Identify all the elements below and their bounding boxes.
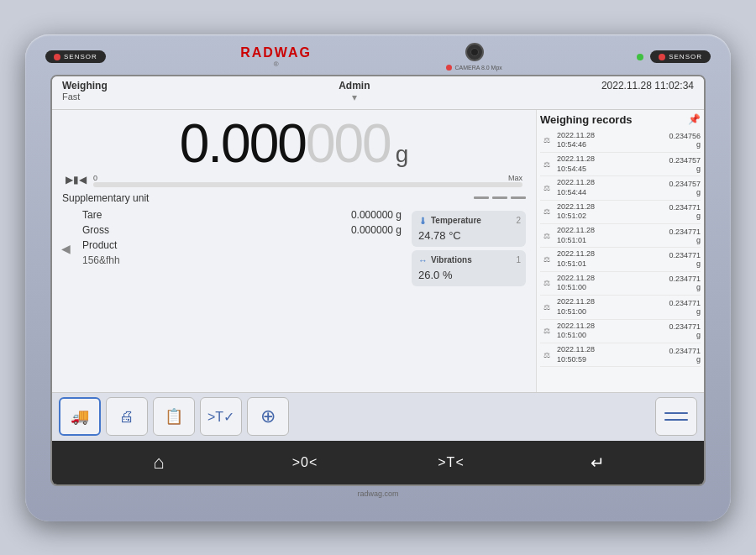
record-scale-icon: ⚖ (540, 351, 554, 359)
record-row: ⚖2022.11.28 10:51:000.234771 g (540, 296, 701, 319)
clipboard-icon: 📋 (165, 407, 183, 426)
widgets-column: 🌡 Temperature 24.78 °C 2 ↔ Vibrations (412, 207, 529, 290)
scale-max-label: Max (508, 174, 522, 182)
supplementary-label: Supplementary unit (62, 192, 149, 204)
tare-value: 0.000000 g (351, 209, 402, 221)
records-title: Weighing records (540, 113, 633, 126)
admin-dropdown-icon[interactable]: ▾ (339, 92, 370, 103)
logo-text: RADWAG (240, 45, 312, 60)
record-value: 0.234757 g (669, 156, 701, 173)
crosshair-icon: ⊕ (260, 406, 276, 427)
record-value: 0.234771 g (669, 251, 701, 268)
record-value: 0.234757 g (669, 180, 701, 196)
record-value: 0.234771 g (669, 275, 701, 291)
thermometer-icon: 🌡 (418, 216, 428, 226)
toolbar-btn-bar[interactable] (655, 397, 697, 436)
record-scale-icon: ⚖ (540, 136, 554, 144)
nav-enter-button[interactable]: ↵ (572, 453, 622, 473)
record-datetime: 2022.11.28 10:51:01 (557, 249, 665, 269)
scale-zero-label: 0 (93, 174, 97, 182)
record-row: ⚖2022.11.28 10:51:000.234771 g (540, 320, 701, 343)
nav-tare-button[interactable]: >T< (426, 455, 476, 470)
screen-header: Weighing Fast Admin ▾ 2022.11.28 11:02:3… (52, 76, 704, 110)
weight-integer: 0.000 (180, 117, 306, 170)
device-top-bar: SENSOR RADWAG ® CAMERA 8.0 Mpx SENSOR (34, 43, 722, 71)
record-row: ⚖2022.11.28 10:54:460.234756 g (540, 129, 701, 153)
text-check-icon: >T✓ (207, 409, 234, 425)
record-scale-icon: ⚖ (540, 232, 554, 240)
device-shell: SENSOR RADWAG ® CAMERA 8.0 Mpx SENSOR (25, 34, 731, 521)
toolbar-btn-truck-print[interactable]: 🚚 (59, 397, 101, 436)
vibration-icon: ↔ (418, 255, 428, 265)
enter-icon: ↵ (591, 453, 605, 473)
camera-label: CAMERA 8.0 Mpx (454, 65, 501, 71)
record-row: ⚖2022.11.28 10:54:450.234757 g (540, 153, 701, 176)
dash2 (492, 196, 507, 199)
record-row: ⚖2022.11.28 10:51:020.234771 g (540, 201, 701, 224)
screen-main: 0.000 000 g ▶▮◀ 0 Max (52, 110, 704, 392)
left-panel: 0.000 000 g ▶▮◀ 0 Max (52, 110, 536, 392)
temperature-widget: 🌡 Temperature 24.78 °C 2 (412, 211, 526, 247)
record-datetime: 2022.11.28 10:51:00 (557, 274, 665, 293)
product-value-row: 156&fhh (79, 253, 405, 268)
temperature-overlay: 2 (516, 216, 521, 225)
gross-label: Gross (82, 224, 109, 236)
supplementary-dashes (474, 196, 526, 199)
toolbar-btn-printer[interactable]: 🖨 (106, 397, 148, 436)
scale-row: ▶▮◀ 0 Max (59, 172, 529, 187)
toolbar: 🚚 🖨 📋 >T✓ ⊕ (52, 392, 704, 441)
tare-icon: >T< (438, 455, 464, 470)
record-row: ⚖2022.11.28 10:54:440.234757 g (540, 176, 701, 200)
scale-icons: ▶▮◀ (66, 174, 87, 186)
toolbar-btn-text-check[interactable]: >T✓ (200, 397, 242, 436)
toolbar-btn-crosshair[interactable]: ⊕ (247, 397, 289, 436)
dash3 (511, 196, 526, 199)
record-value: 0.234771 g (669, 203, 701, 220)
product-label: Product (82, 239, 117, 251)
right-panel: Weighing records 📌 ⚖2022.11.28 10:54:460… (536, 110, 704, 392)
bar-icon (664, 412, 688, 421)
product-row: Product (79, 238, 405, 253)
records-list: ⚖2022.11.28 10:54:460.234756 g⚖2022.11.2… (540, 129, 701, 368)
printer-icon: 🖨 (119, 408, 134, 426)
screen: Weighing Fast Admin ▾ 2022.11.28 11:02:3… (50, 75, 706, 486)
device-footer: radwag.com (357, 490, 398, 498)
home-icon: ⌂ (153, 452, 164, 474)
pin-icon[interactable]: 📌 (688, 113, 701, 125)
website-label: radwag.com (357, 490, 398, 498)
record-scale-icon: ⚖ (540, 255, 554, 264)
record-row: ⚖2022.11.28 10:51:010.234771 g (540, 224, 701, 248)
camera-lens (465, 43, 484, 61)
record-datetime: 2022.11.28 10:51:02 (557, 202, 665, 222)
tare-row: Tare 0.000000 g (79, 207, 405, 223)
nav-home-button[interactable]: ⌂ (134, 452, 184, 474)
side-nav-arrow[interactable]: ◀ (59, 242, 72, 255)
admin-label: Admin (339, 80, 370, 92)
indicator-green (637, 54, 643, 60)
vibrations-value: 26.0 % (418, 269, 519, 281)
sensor-right: SENSOR (650, 50, 711, 63)
record-scale-icon: ⚖ (540, 327, 554, 335)
record-value: 0.234771 g (669, 322, 701, 339)
datetime-display: 2022.11.28 11:02:34 (601, 80, 694, 92)
gross-row: Gross 0.000000 g (79, 223, 405, 238)
record-value: 0.234771 g (669, 299, 701, 316)
record-value: 0.234771 g (669, 347, 701, 364)
nav-zero-button[interactable]: >0< (280, 455, 330, 470)
toolbar-btn-clipboard[interactable]: 📋 (153, 397, 195, 436)
record-datetime: 2022.11.28 10:51:01 (557, 226, 665, 245)
record-datetime: 2022.11.28 10:51:00 (557, 297, 665, 317)
dash1 (474, 196, 489, 199)
scale-bar (93, 182, 522, 187)
camera-red-dot (446, 65, 452, 71)
record-datetime: 2022.11.28 10:54:46 (557, 131, 665, 150)
sensor-left-label: SENSOR (64, 53, 97, 60)
fast-label: Fast (62, 92, 108, 102)
logo-registered: ® (274, 60, 279, 68)
vibrations-title: ↔ Vibrations (418, 255, 519, 265)
sensor-left: SENSOR (45, 50, 106, 63)
temperature-value: 24.78 °C (418, 229, 519, 242)
record-value: 0.234771 g (669, 228, 701, 244)
temperature-title: 🌡 Temperature (418, 216, 519, 226)
camera-area: CAMERA 8.0 Mpx (446, 43, 501, 71)
